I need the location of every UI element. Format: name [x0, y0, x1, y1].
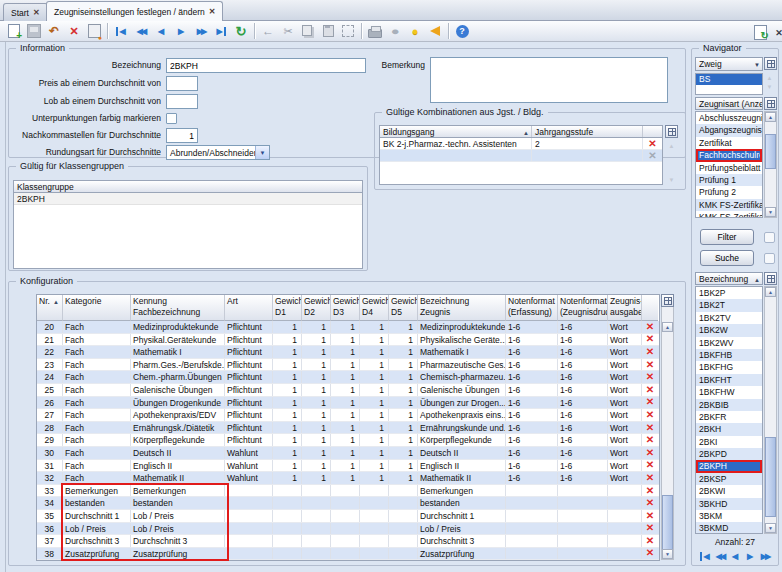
nav-fast-back-icon[interactable]: [131, 22, 151, 41]
nav-back-icon[interactable]: [729, 550, 742, 563]
rundungsart-select[interactable]: Abrunden/Abschneiden: [166, 145, 270, 160]
column-picker-button[interactable]: [661, 294, 674, 307]
delete-row-icon[interactable]: [646, 371, 654, 383]
select-icon[interactable]: [338, 22, 358, 41]
chevron-down-icon[interactable]: [255, 146, 269, 159]
column-picker-button[interactable]: [764, 272, 777, 285]
scroll-up-button[interactable]: [662, 322, 673, 332]
delete-row-icon[interactable]: [646, 397, 654, 409]
config-column-header[interactable]: Gewicht D3: [331, 295, 360, 321]
copy-icon[interactable]: [298, 22, 318, 41]
lob-input[interactable]: [166, 94, 198, 109]
undo-icon[interactable]: [44, 22, 64, 41]
list-item[interactable]: 1BK2P: [696, 287, 762, 299]
suche-button[interactable]: Suche: [700, 250, 754, 266]
table-row[interactable]: 35Durchschnitt 1Lob / PreisDurchschnitt …: [37, 510, 659, 523]
list-item[interactable]: 1BKFHW: [696, 386, 762, 398]
scroll-up-button[interactable]: [765, 287, 776, 297]
list-item[interactable]: Prüfung 2: [696, 186, 762, 198]
nav-first-icon[interactable]: [111, 22, 131, 41]
edit-icon[interactable]: [84, 22, 104, 41]
table-row[interactable]: 29FachKörperpflegekundePflichtunt11111Kö…: [37, 434, 659, 447]
list-item[interactable]: Fachhochschulreife: [696, 149, 762, 161]
table-row[interactable]: 38ZusatzprüfungZusatzprüfungZusatzprüfun…: [37, 548, 659, 561]
list-item[interactable]: Prüfung 1: [696, 174, 762, 186]
kombination-new-row[interactable]: [380, 150, 662, 162]
nav-fast-back-icon[interactable]: [714, 550, 727, 563]
table-row[interactable]: 23FachPharm.Ges.-/Berufskde.Pflichtunt11…: [37, 359, 659, 372]
list-item[interactable]: 1BK2W: [696, 324, 762, 336]
table-row[interactable]: 21FachPhysikal.GerätekundePflichtunt1111…: [37, 334, 659, 347]
cut-icon[interactable]: [278, 22, 298, 41]
table-row[interactable]: 28FachErnährungsk./DiätetikPflichtunt111…: [37, 422, 659, 435]
delete-row-icon[interactable]: [646, 472, 654, 484]
config-column-header[interactable]: Bezeichnung Zeugnis: [418, 295, 506, 321]
list-item[interactable]: 1BK2T: [696, 299, 762, 311]
tab-close-icon[interactable]: [33, 8, 40, 17]
preview-icon[interactable]: [385, 22, 405, 41]
klassengruppe-column-header[interactable]: Klassengruppe: [13, 180, 363, 193]
list-item[interactable]: Zertifikat: [696, 137, 762, 149]
config-column-header[interactable]: Kategorie: [63, 295, 131, 321]
list-item[interactable]: Abgangszeugnis: [696, 124, 762, 136]
scrollbar-thumb[interactable]: [765, 437, 776, 517]
delete-row-icon[interactable]: [646, 409, 654, 421]
delete-row-icon[interactable]: [648, 138, 656, 149]
scroll-down-button[interactable]: [662, 549, 673, 559]
delete-row-icon[interactable]: [646, 447, 654, 459]
delete-row-icon[interactable]: [646, 523, 654, 535]
lightbulb-icon[interactable]: [405, 22, 425, 41]
horn-icon[interactable]: [425, 22, 445, 41]
config-column-header[interactable]: Art: [225, 295, 273, 321]
delete-row-icon[interactable]: [646, 359, 654, 371]
delete-row-icon[interactable]: [646, 485, 654, 497]
save-icon[interactable]: [24, 22, 44, 41]
list-item[interactable]: 3BKMD: [696, 522, 762, 534]
nav-back-icon[interactable]: [151, 22, 171, 41]
nav-forward-icon[interactable]: [744, 550, 757, 563]
delete-row-icon[interactable]: [646, 422, 654, 434]
delete-row-icon[interactable]: [646, 334, 654, 346]
config-column-header[interactable]: Gewicht D1: [273, 295, 302, 321]
scrollbar-thumb[interactable]: [662, 495, 673, 550]
refresh-icon[interactable]: [231, 22, 251, 41]
tab-close-icon[interactable]: [209, 7, 216, 16]
list-item[interactable]: 1BKFHB: [696, 349, 762, 361]
help-icon[interactable]: [452, 22, 472, 41]
navigator-refresh-icon[interactable]: [750, 23, 770, 42]
list-item[interactable]: 1BKFHG: [696, 361, 762, 373]
config-column-header[interactable]: Notenformat (Zeugnisdruck): [558, 295, 608, 321]
tab-zeugniseinstellungen[interactable]: Zeugniseinstellungen festlegen / ändern: [46, 1, 223, 21]
nav-forward-icon[interactable]: [171, 22, 191, 41]
config-column-header[interactable]: Kennung Fachbezeichnung: [131, 295, 225, 321]
preis-input[interactable]: [166, 76, 198, 91]
bezeichnung-header[interactable]: Bezeichnung: [695, 272, 763, 285]
table-row[interactable]: 37Durchschnitt 3Durchschnitt 3Durchschni…: [37, 535, 659, 548]
nachkommastellen-input[interactable]: [166, 128, 198, 143]
list-item[interactable]: 2BKPD: [696, 448, 762, 460]
delete-row-icon[interactable]: [646, 548, 654, 560]
delete-row-icon[interactable]: [646, 497, 654, 509]
unterpunktungen-checkbox[interactable]: [166, 113, 177, 124]
delete-row-icon[interactable]: [646, 460, 654, 472]
panel-close-icon[interactable]: [769, 23, 782, 42]
zweig-item-bs[interactable]: BS: [696, 74, 762, 85]
column-picker-button[interactable]: [764, 97, 777, 110]
back-arrow-icon[interactable]: [258, 22, 278, 41]
list-item[interactable]: 2BKSP: [696, 473, 762, 485]
table-row[interactable]: 20FachMedizinproduktekundePflichtunt1111…: [37, 321, 659, 334]
config-column-header[interactable]: Gewicht D4: [360, 295, 389, 321]
column-picker-button[interactable]: [665, 125, 678, 138]
print-icon[interactable]: [365, 22, 385, 41]
list-item[interactable]: 3BKM: [696, 510, 762, 522]
table-row[interactable]: 25FachGalenische ÜbungenPflichtunt11111G…: [37, 384, 659, 397]
table-row[interactable]: 30FachDeutsch IIWahlunt11111Deutsch II1-…: [37, 447, 659, 460]
list-item[interactable]: KMK FS-Zertifikat2: [696, 211, 762, 218]
list-item[interactable]: 2BKBIB: [696, 399, 762, 411]
table-row[interactable]: 22FachMathematik IPflichtunt11111Mathema…: [37, 346, 659, 359]
filter-checkbox[interactable]: [764, 232, 775, 243]
delete-row-icon[interactable]: [646, 510, 654, 522]
suche-checkbox[interactable]: [764, 253, 775, 264]
filter-button[interactable]: Filter: [700, 229, 754, 245]
delete-row-icon[interactable]: [646, 535, 654, 547]
